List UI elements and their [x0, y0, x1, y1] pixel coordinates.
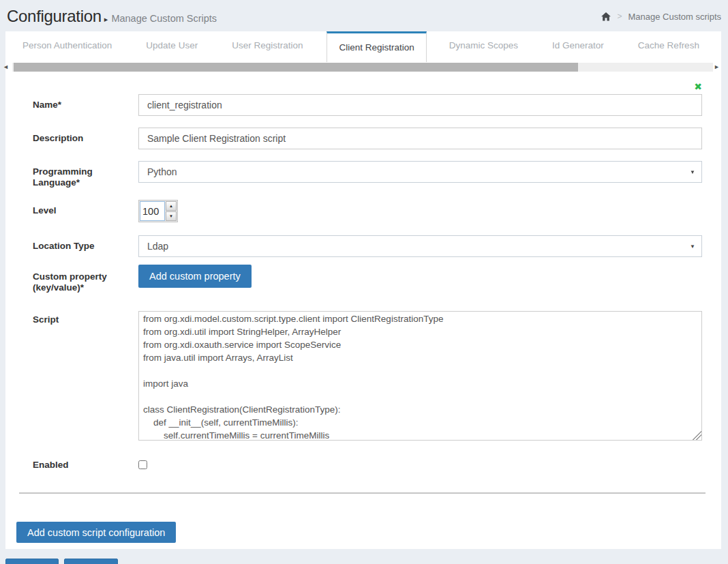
location-type-field-row: Location Type Ldap ▼	[33, 235, 702, 257]
enabled-field-row: Enabled	[33, 454, 702, 472]
script-field-row: Script from org.xdi.model.custom.script.…	[33, 311, 702, 443]
add-custom-property-button[interactable]: Add custom property	[138, 265, 252, 288]
remove-script-icon[interactable]: ✖	[694, 81, 702, 92]
breadcrumb: > Manage Custom scripts	[601, 12, 721, 22]
programming-language-value: Python	[147, 166, 177, 177]
description-field-row: Description	[33, 128, 702, 149]
custom-property-field-row: Custom property (key/value)* Add custom …	[33, 265, 702, 293]
update-button[interactable]: Update	[5, 559, 59, 564]
script-type-tabs: Person Authentication Update User User R…	[5, 31, 721, 62]
name-label: Name*	[33, 94, 138, 116]
level-label: Level	[33, 200, 138, 222]
level-increment-icon[interactable]: ▲	[166, 201, 177, 211]
location-type-label: Location Type	[33, 235, 138, 257]
level-field-row: Level 100 ▲ ▼	[33, 200, 702, 222]
panel-footer: Add custom script configuration	[5, 494, 721, 549]
script-textarea[interactable]: from org.xdi.model.custom.script.type.cl…	[138, 311, 702, 441]
tab-client-registration[interactable]: Client Registration	[327, 31, 426, 62]
custom-script-form: ✖ Name* Description Programming Language…	[5, 72, 721, 472]
page-header: Configuration ▸ Manage Custom Scripts > …	[0, 0, 728, 31]
enabled-checkbox[interactable]	[138, 460, 147, 469]
programming-language-field-row: Programming Language* Python ▼	[33, 161, 702, 188]
remove-script-row: ✖	[33, 80, 702, 93]
page-title: Configuration	[7, 7, 102, 26]
programming-language-select[interactable]: Python ▼	[138, 161, 702, 183]
scroll-right-icon[interactable]: ►	[714, 63, 720, 72]
form-actions: Update Cancel	[5, 559, 728, 564]
tab-dynamic-scopes[interactable]: Dynamic Scopes	[438, 31, 530, 62]
name-input[interactable]	[138, 94, 702, 116]
description-input[interactable]	[138, 128, 702, 149]
tab-update-user[interactable]: Update User	[134, 31, 209, 62]
cancel-button[interactable]: Cancel	[64, 559, 118, 564]
programming-language-label: Programming Language*	[33, 161, 138, 188]
level-decrement-icon[interactable]: ▼	[166, 211, 177, 221]
location-type-value: Ldap	[147, 241, 168, 252]
breadcrumb-current: Manage Custom scripts	[628, 12, 721, 22]
tab-scrollbar: ◄ ►	[5, 62, 721, 72]
title-arrow-icon: ▸	[104, 15, 108, 24]
level-value[interactable]: 100	[140, 201, 165, 221]
add-custom-script-configuration-button[interactable]: Add custom script configuration	[16, 522, 176, 543]
tab-cache-refresh[interactable]: Cache Refresh	[626, 31, 711, 62]
level-stepper-buttons: ▲ ▼	[166, 201, 177, 221]
page-title-group: Configuration ▸ Manage Custom Scripts	[7, 7, 217, 26]
location-type-select[interactable]: Ldap ▼	[138, 235, 702, 257]
tab-scrollbar-track[interactable]	[12, 63, 713, 72]
chevron-down-icon: ▼	[690, 169, 695, 175]
custom-property-label: Custom property (key/value)*	[33, 265, 138, 293]
scroll-left-icon[interactable]: ◄	[3, 63, 9, 72]
page-subtitle: Manage Custom Scripts	[111, 13, 217, 24]
description-label: Description	[33, 128, 138, 149]
breadcrumb-separator: >	[617, 12, 622, 21]
home-icon[interactable]	[601, 12, 611, 21]
chevron-down-icon: ▼	[690, 243, 695, 250]
tab-id-generator[interactable]: Id Generator	[541, 31, 616, 62]
tab-person-authentication[interactable]: Person Authentication	[11, 31, 123, 62]
tab-scrollbar-thumb[interactable]	[14, 63, 578, 72]
tab-user-registration[interactable]: User Registration	[220, 31, 314, 62]
level-stepper[interactable]: 100 ▲ ▼	[138, 200, 178, 222]
script-label: Script	[33, 311, 138, 443]
enabled-label: Enabled	[33, 454, 138, 472]
name-field-row: Name*	[33, 94, 702, 116]
main-panel: Person Authentication Update User User R…	[5, 31, 721, 549]
